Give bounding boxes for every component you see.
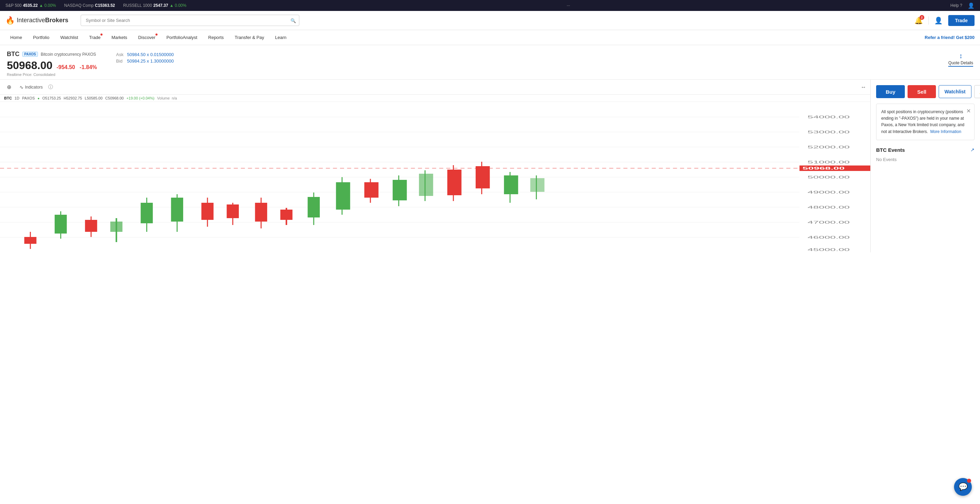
chart-canvas[interactable]: 54000.00 53000.00 52000.00 51000.00 5000…: [0, 102, 870, 252]
chart-toolbar: ⊕ ∿ Indicators ⓘ ↔: [0, 80, 870, 95]
search-icon[interactable]: 🔍: [290, 18, 296, 23]
ask-bid-section: Ask 50984.50 x 0.01500000 Bid 50984.25 x…: [116, 51, 174, 65]
ticker-russell-label: RUSSELL 1000: [123, 3, 152, 8]
trade-button[interactable]: Trade: [948, 15, 975, 26]
no-events-label: No Events: [876, 157, 975, 162]
svg-rect-35: [364, 182, 378, 198]
svg-rect-25: [226, 204, 239, 218]
svg-rect-45: [504, 175, 518, 194]
action-buttons: Buy Sell Watchlist 🔔: [876, 85, 975, 98]
user-icon[interactable]: 👤: [934, 16, 943, 25]
nav-trade-label: Trade: [89, 35, 100, 40]
svg-rect-19: [141, 203, 153, 223]
watchlist-button[interactable]: Watchlist: [939, 85, 972, 98]
nav-bar: Home Portfolio Watchlist Trade Markets D…: [0, 30, 980, 45]
svg-rect-21: [171, 198, 183, 222]
symbol-change: -954.50 -1.84%: [56, 64, 97, 70]
chart-low: L50585.00: [85, 96, 102, 100]
info-box-close-button[interactable]: ✕: [966, 107, 971, 116]
ticker-more-icon[interactable]: ···: [566, 3, 570, 8]
buy-button[interactable]: Buy: [876, 85, 905, 98]
ticker-russell: RUSSELL 1000 2547.37 ▲ 0.00%: [123, 3, 186, 8]
svg-rect-39: [419, 174, 433, 196]
paxos-badge: PAXOS: [22, 52, 38, 57]
svg-text:54000.00: 54000.00: [807, 115, 850, 119]
help-link[interactable]: Help ?: [950, 3, 962, 8]
nav-learn[interactable]: Learn: [270, 30, 291, 45]
svg-rect-41: [447, 170, 461, 195]
bid-row: Bid 50984.25 x 1.30000000: [116, 59, 174, 64]
chart-live-dot: ●: [38, 96, 40, 100]
ticker-sp500-change: ▲ 0.00%: [39, 3, 56, 8]
symbol-name: BTC: [7, 51, 19, 58]
ticker-sp500: S&P 500 4535.22 ▲ 0.00%: [5, 3, 56, 8]
search-bar: 🔍: [81, 15, 299, 26]
svg-text:45000.00: 45000.00: [807, 248, 850, 252]
svg-text:47000.00: 47000.00: [807, 220, 850, 224]
svg-rect-43: [476, 166, 490, 188]
nav-discover[interactable]: Discover: [133, 30, 160, 45]
svg-rect-31: [307, 197, 320, 217]
chart-period-label: 1D: [15, 96, 19, 100]
svg-rect-13: [55, 215, 67, 233]
right-panel: Buy Sell Watchlist 🔔 ✕ All spot position…: [871, 80, 980, 252]
svg-rect-27: [255, 203, 267, 222]
indicators-button[interactable]: ∿ Indicators: [17, 83, 45, 91]
events-external-icon[interactable]: ↗: [970, 147, 975, 153]
ask-row: Ask 50984.50 x 0.01500000: [116, 52, 174, 57]
svg-text:48000.00: 48000.00: [807, 206, 850, 209]
chart-close: C50968.00: [105, 96, 124, 100]
main-content: ⊕ ∿ Indicators ⓘ ↔ BTC 1D PAXOS ● O51753…: [0, 80, 980, 252]
svg-text:53000.00: 53000.00: [807, 130, 850, 134]
more-information-link[interactable]: More Information: [930, 129, 961, 134]
indicators-icon: ∿: [19, 85, 24, 90]
events-section: BTC Events ↗ No Events: [876, 147, 975, 162]
symbol-change-amount: -954.50: [56, 64, 75, 70]
ticker-russell-value: 2547.37: [153, 3, 168, 8]
nav-home[interactable]: Home: [5, 30, 27, 45]
chart-change: +19.00 (+0.04%): [126, 96, 154, 100]
indicators-label: Indicators: [25, 85, 43, 89]
ticker-bar: S&P 500 4535.22 ▲ 0.00% NASDAQ Comp C153…: [0, 0, 980, 11]
alert-button[interactable]: 🔔: [974, 85, 980, 98]
nav-portfolio[interactable]: Portfolio: [29, 30, 54, 45]
ticker-nasdaq: NASDAQ Comp C15363.52: [64, 3, 115, 8]
nav-watchlist[interactable]: Watchlist: [56, 30, 83, 45]
user-icon-top[interactable]: 👤: [968, 2, 975, 9]
svg-text:49000.00: 49000.00: [807, 190, 850, 194]
search-input[interactable]: [81, 15, 299, 26]
crosshair-button[interactable]: ⊕: [4, 82, 14, 92]
crosshair-icon: ⊕: [7, 84, 11, 90]
notification-badge: 2: [920, 15, 924, 20]
logo-flame-icon: 🔥: [5, 16, 15, 25]
info-icon[interactable]: ⓘ: [48, 84, 53, 90]
expand-icon[interactable]: ↔: [861, 84, 866, 90]
sell-button[interactable]: Sell: [908, 85, 936, 98]
nav-reports[interactable]: Reports: [203, 30, 229, 45]
svg-text:52000.00: 52000.00: [807, 145, 850, 149]
svg-text:51000.00: 51000.00: [807, 160, 850, 164]
ticker-nasdaq-label: NASDAQ Comp: [64, 3, 94, 8]
symbol-title-row: BTC PAXOS Bitcoin cryptocurrency PAXOS: [7, 51, 97, 58]
svg-rect-37: [393, 180, 407, 200]
logo[interactable]: 🔥 InteractiveBrokers: [5, 16, 68, 25]
events-title: BTC Events: [876, 147, 905, 153]
realtime-label: Realtime Price: Consolidated: [7, 72, 97, 77]
ticker-russell-change: ▲ 0.00%: [170, 3, 186, 8]
chart-volume: Volume n/a: [157, 96, 177, 100]
nav-trade[interactable]: Trade: [84, 30, 105, 45]
nav-markets[interactable]: Markets: [107, 30, 132, 45]
svg-text:46000.00: 46000.00: [807, 236, 850, 239]
nav-discover-label: Discover: [138, 35, 156, 40]
refer-link[interactable]: Refer a friend! Get $200: [924, 35, 975, 40]
svg-rect-15: [85, 220, 97, 232]
notification-button[interactable]: 🔔 2: [915, 16, 923, 25]
header: 🔥 InteractiveBrokers 🔍 🔔 2 👤 Trade: [0, 11, 980, 30]
quote-details-button[interactable]: ↕ Quote Details: [948, 51, 973, 67]
chart-section: ⊕ ∿ Indicators ⓘ ↔ BTC 1D PAXOS ● O51753…: [0, 80, 871, 252]
nav-transfer-pay[interactable]: Transfer & Pay: [230, 30, 269, 45]
nav-portfolioanalyst[interactable]: PortfolioAnalyst: [162, 30, 202, 45]
nav-discover-dot: [156, 33, 158, 35]
header-divider: [928, 16, 929, 25]
bid-value: 50984.25 x 1.30000000: [127, 59, 174, 64]
